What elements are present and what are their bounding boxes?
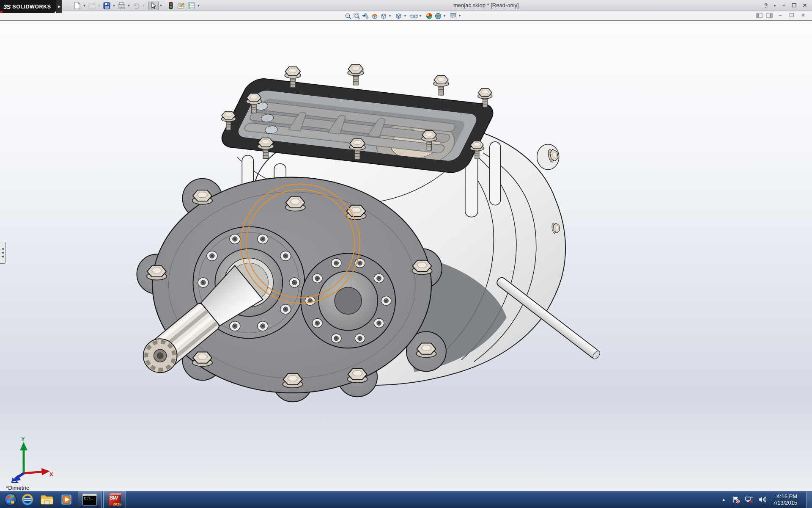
triad-y-label: Y bbox=[21, 436, 25, 442]
open-document-button[interactable] bbox=[87, 1, 97, 10]
windows-start-icon bbox=[4, 493, 17, 506]
taskbar-solidworks[interactable]: SW 2015 bbox=[103, 491, 126, 508]
taskbar-internet-explorer[interactable] bbox=[18, 491, 37, 508]
new-document-button[interactable] bbox=[72, 1, 82, 10]
featuremanager-collapsed-tab[interactable]: ◀ ◀ ◀ bbox=[0, 242, 5, 264]
windows-taskbar: C:\_ SW 2015 ▲ bbox=[0, 491, 812, 508]
edit-appearance-button[interactable] bbox=[425, 12, 433, 20]
taskbar-media-player[interactable] bbox=[57, 491, 76, 508]
taskbar-clock[interactable]: 4:16 PM 7/13/2015 bbox=[773, 493, 797, 506]
view-orientation-dropdown[interactable]: ▼ bbox=[388, 14, 392, 18]
solidworks-2015-icon: SW 2015 bbox=[108, 493, 121, 506]
expand-arrow-icon: ◀ bbox=[1, 251, 3, 254]
previous-view-button[interactable] bbox=[361, 12, 370, 20]
document-window-controls: – ❐ ✕ bbox=[756, 12, 807, 18]
undo-icon bbox=[132, 2, 140, 9]
zoom-to-fit-icon bbox=[345, 13, 351, 19]
help-button[interactable]: ? bbox=[762, 2, 770, 9]
view-orientation-button[interactable] bbox=[379, 12, 388, 20]
apply-scene-dropdown[interactable]: ▼ bbox=[442, 14, 447, 18]
network-error-icon[interactable] bbox=[745, 496, 753, 503]
expand-arrow-icon: ◀ bbox=[1, 248, 3, 250]
previous-view-icon bbox=[362, 13, 369, 19]
section-view-icon bbox=[371, 13, 378, 19]
print-icon bbox=[118, 2, 126, 9]
action-center-flag-icon[interactable] bbox=[732, 496, 740, 503]
help-dropdown[interactable]: ▾ bbox=[773, 4, 777, 8]
doc-restore-button[interactable]: ❐ bbox=[788, 12, 796, 18]
clock-time: 4:16 PM bbox=[773, 493, 797, 500]
zoom-to-area-icon bbox=[354, 13, 360, 19]
undo-dropdown[interactable]: ▼ bbox=[141, 1, 146, 10]
hide-show-dropdown[interactable]: ▼ bbox=[418, 14, 422, 18]
save-dropdown[interactable]: ▼ bbox=[112, 1, 116, 10]
select-cursor-icon bbox=[151, 2, 156, 9]
close-button[interactable]: ✕ bbox=[801, 3, 809, 8]
minimize-button[interactable]: – bbox=[780, 3, 787, 8]
brand-name: SOLIDWORKS bbox=[12, 4, 51, 10]
solidworks-logo: 3S SOLIDWORKS bbox=[0, 0, 56, 13]
gearbox-model[interactable] bbox=[0, 21, 812, 491]
solidworks-window: 3S SOLIDWORKS ▶ ▼ ▼ bbox=[0, 0, 812, 508]
rebuild-traffic-light-icon bbox=[169, 2, 173, 9]
window-controls: ? ▾ – ❐ ✕ bbox=[762, 0, 809, 11]
menu-flyout-tab[interactable]: ▶ bbox=[56, 0, 62, 13]
side-cover[interactable] bbox=[301, 254, 395, 348]
select-tool-button[interactable] bbox=[148, 1, 159, 10]
print-button[interactable] bbox=[116, 1, 126, 10]
edit-appearance-icon bbox=[426, 13, 433, 19]
triad-x-label: X bbox=[49, 471, 53, 478]
save-icon bbox=[103, 2, 110, 9]
reference-triad: Y X bbox=[7, 436, 53, 483]
zoom-to-fit-button[interactable] bbox=[343, 12, 352, 20]
zoom-to-area-button[interactable] bbox=[352, 12, 361, 20]
window-title: menjac sklop * [Read-only] bbox=[453, 0, 519, 11]
logo-accent bbox=[0, 11, 3, 13]
hide-show-items-icon bbox=[410, 14, 418, 19]
display-style-icon bbox=[395, 13, 402, 19]
apply-scene-button[interactable] bbox=[433, 12, 442, 20]
display-style-button[interactable] bbox=[394, 12, 403, 20]
view-settings-button[interactable] bbox=[449, 12, 458, 20]
options-icon bbox=[188, 2, 195, 9]
options-button[interactable] bbox=[186, 1, 196, 10]
options-dropdown[interactable]: ▼ bbox=[196, 1, 201, 10]
show-hidden-icons-button[interactable]: ▲ bbox=[720, 497, 727, 502]
view-settings-dropdown[interactable]: ▼ bbox=[458, 14, 462, 18]
title-bar: 3S SOLIDWORKS ▶ ▼ ▼ bbox=[0, 0, 812, 11]
select-dropdown[interactable]: ▼ bbox=[159, 1, 163, 10]
doc-close-button[interactable]: ✕ bbox=[799, 12, 807, 18]
file-properties-button[interactable] bbox=[176, 1, 186, 10]
restore-button[interactable]: ❐ bbox=[790, 3, 798, 8]
view-settings-icon bbox=[450, 13, 457, 19]
taskbar-windows-explorer[interactable] bbox=[37, 491, 57, 508]
system-tray: ▲ bbox=[720, 491, 812, 508]
pane-left-icon[interactable] bbox=[756, 13, 763, 18]
display-style-dropdown[interactable]: ▼ bbox=[403, 14, 407, 18]
media-player-icon bbox=[60, 493, 73, 506]
print-dropdown[interactable]: ▼ bbox=[126, 1, 131, 10]
apply-scene-icon bbox=[435, 13, 442, 19]
menu-row: ▼ ▼ ▼ bbox=[0, 11, 812, 20]
pane-right-icon[interactable] bbox=[766, 13, 773, 18]
rebuild-button[interactable] bbox=[166, 1, 176, 10]
hide-show-items-button[interactable] bbox=[409, 12, 418, 20]
command-prompt-label: C:\_ bbox=[83, 496, 96, 502]
section-view-button[interactable] bbox=[370, 12, 379, 20]
open-dropdown[interactable]: ▼ bbox=[97, 1, 102, 10]
open-document-icon bbox=[88, 2, 96, 9]
file-properties-icon bbox=[177, 2, 185, 9]
solidworks-icon-year: 2015 bbox=[113, 502, 121, 506]
save-button[interactable] bbox=[102, 1, 112, 10]
volume-icon[interactable] bbox=[758, 496, 766, 503]
start-button[interactable] bbox=[3, 492, 18, 507]
graphics-viewport[interactable]: ◀ ◀ ◀ Y X *Dimetric bbox=[0, 20, 812, 491]
folder-icon bbox=[40, 494, 54, 505]
view-orientation-icon bbox=[380, 13, 387, 19]
new-dropdown[interactable]: ▼ bbox=[82, 1, 87, 10]
taskbar-command-prompt[interactable]: C:\_ bbox=[78, 491, 102, 508]
undo-button[interactable] bbox=[131, 1, 141, 10]
show-desktop-button[interactable] bbox=[806, 491, 812, 508]
doc-minimize-button[interactable]: – bbox=[776, 12, 784, 18]
ds-logo-mark: 3S bbox=[3, 3, 10, 10]
